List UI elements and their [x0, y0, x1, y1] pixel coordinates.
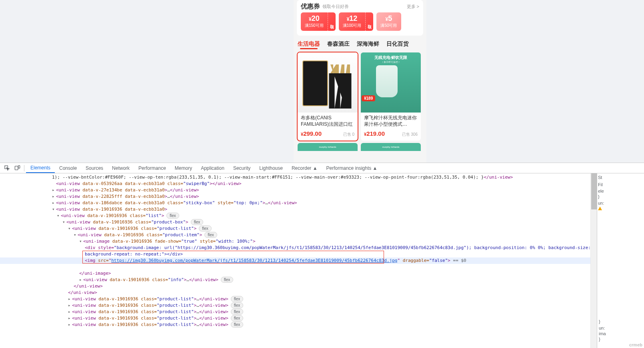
coupon-title: 优惠券	[301, 2, 320, 11]
coupon-section: 优惠券 领取今日好券 更多 > ¥20 满150可用 领取 ¥12 满100可用	[297, 0, 423, 36]
svg-rect-1	[15, 166, 18, 170]
product-sold: 已售 0	[343, 132, 354, 137]
tab-daily[interactable]: 日化百货	[386, 40, 409, 48]
coupon-item[interactable]: ¥12 满100可用 领取	[339, 12, 374, 31]
coupon-condition: 满100可用	[343, 23, 362, 28]
product-price: 219.00	[366, 130, 385, 137]
tab-seafood[interactable]: 深海海鲜	[357, 40, 379, 48]
sidebar-line: un:	[599, 326, 605, 330]
tab-console[interactable]: Console	[55, 163, 81, 173]
coupon-amount: 12	[349, 14, 357, 22]
tab-security[interactable]: Security	[229, 163, 255, 173]
devtools-panel: Elements Console Sources Network Perform…	[0, 163, 644, 348]
product-image	[298, 52, 358, 113]
product-card[interactable]: 布多格(CANIS FAMILIARIS)法国进口红酒 … ¥299.00 已售…	[298, 52, 358, 141]
mobile-preview: 优惠券 领取今日好券 更多 > ¥20 满150可用 领取 ¥12 满100可用	[294, 0, 426, 163]
coupon-condition: 满150可用	[305, 23, 324, 28]
tab-elements[interactable]: Elements	[26, 163, 55, 173]
appliance-badge-price: 189	[366, 96, 373, 101]
sidebar-line: ima	[599, 331, 606, 336]
tab-performance[interactable]: Performance	[134, 163, 170, 173]
coupon-amount: 20	[312, 14, 320, 22]
tab-sources[interactable]: Sources	[81, 163, 108, 173]
sidebar-line: Fil	[598, 182, 643, 187]
product-image: morphy richards	[361, 143, 421, 151]
coupon-item[interactable]: ¥20 满150可用 领取	[301, 12, 336, 31]
svg-rect-2	[18, 165, 20, 168]
devtools-toolbar: Elements Console Sources Network Perform…	[0, 163, 644, 173]
main-preview-area: 优惠券 领取今日好券 更多 > ¥20 满150可用 领取 ¥12 满100可用	[0, 0, 644, 163]
tab-application[interactable]: Application	[196, 163, 229, 173]
device-toggle-icon[interactable]	[12, 163, 22, 173]
product-image: morphy richards	[298, 143, 358, 151]
coupon-get-button[interactable]: 领取	[328, 12, 336, 31]
product-title: 摩飞榨汁杯无线充电迷你果汁杯小型便携式…	[361, 113, 421, 128]
styles-sidebar[interactable]: St Fil ele } un: } un: ima } crmeb	[597, 173, 644, 348]
sidebar-line: St	[598, 175, 643, 180]
tab-network[interactable]: Network	[108, 163, 134, 173]
inspect-icon[interactable]	[2, 163, 12, 173]
product-sold: 已售 306	[402, 132, 418, 137]
tab-perf-insights[interactable]: Performance insights ▲	[322, 163, 382, 173]
elements-scrollbar[interactable]	[590, 173, 597, 348]
category-tabs: 生活电器 春森酒庄 深海海鲜 日化百货	[294, 36, 426, 50]
tab-memory[interactable]: Memory	[170, 163, 196, 173]
sidebar-line: un:	[598, 201, 643, 205]
tab-lighthouse[interactable]: Lighthouse	[255, 163, 287, 173]
product-image: 无线充电·鲜饮无限 / 单手即可操控 / ¥189	[361, 52, 421, 113]
coupon-more-link[interactable]: 更多 >	[407, 4, 419, 10]
product-card[interactable]: 无线充电·鲜饮无限 / 单手即可操控 / ¥189 摩飞榨汁杯无线充电迷你果汁杯…	[361, 52, 421, 141]
flex-pill[interactable]: flex	[166, 213, 179, 219]
tab-wine[interactable]: 春森酒庄	[327, 40, 350, 48]
tab-recorder[interactable]: Recorder ▲	[287, 163, 322, 173]
coupon-amount: 5	[388, 14, 392, 22]
coupon-item[interactable]: ¥5 满50可用	[376, 12, 401, 31]
coupon-subtitle: 领取今日好券	[322, 4, 349, 10]
sidebar-line: ele	[598, 189, 643, 193]
elements-tree[interactable]: 1); --view-bntColor:#FE960F; --view-op-t…	[0, 173, 590, 348]
coupon-condition: 满50可用	[380, 23, 397, 28]
tab-appliances[interactable]: 生活电器	[298, 40, 320, 48]
scroll-thumb[interactable]	[591, 173, 597, 209]
coupon-get-button[interactable]: 领取	[365, 12, 373, 31]
appliance-headline: 无线充电·鲜饮无限	[362, 55, 419, 60]
highlight-box	[82, 251, 384, 264]
warning-icon	[598, 207, 602, 210]
product-title: 布多格(CANIS FAMILIARIS)法国进口红酒 …	[298, 113, 358, 128]
product-price: 299.00	[303, 130, 322, 137]
